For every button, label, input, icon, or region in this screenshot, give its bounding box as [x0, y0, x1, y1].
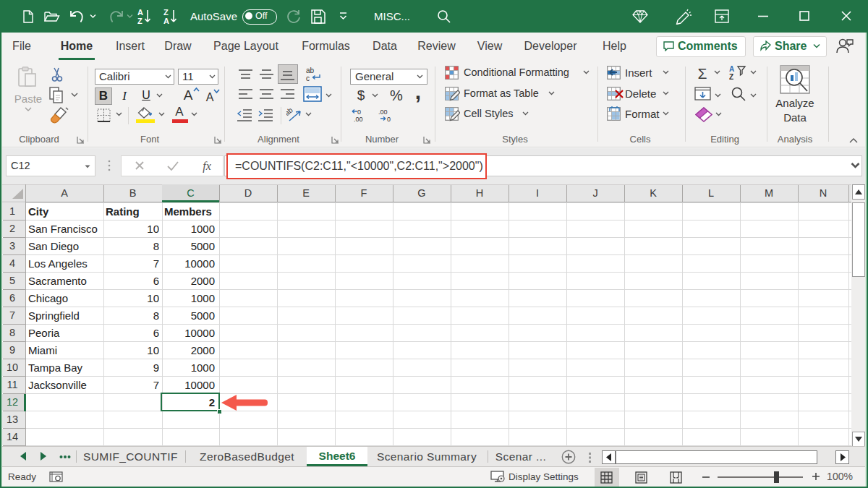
svg-text:A: A	[163, 17, 169, 25]
svg-text:A: A	[729, 65, 734, 73]
svg-text:Z: Z	[137, 17, 142, 25]
svg-text:ab: ab	[286, 107, 294, 117]
svg-text:.00: .00	[378, 108, 388, 116]
svg-text:ab: ab	[306, 67, 315, 74]
svg-text:0: 0	[357, 108, 361, 116]
svg-text:0: 0	[387, 116, 391, 123]
svg-text:Z: Z	[163, 8, 169, 17]
svg-text:c: c	[306, 74, 310, 82]
svg-text:A: A	[137, 8, 143, 17]
svg-text:.00: .00	[354, 116, 363, 123]
svg-text:Z: Z	[729, 73, 733, 81]
